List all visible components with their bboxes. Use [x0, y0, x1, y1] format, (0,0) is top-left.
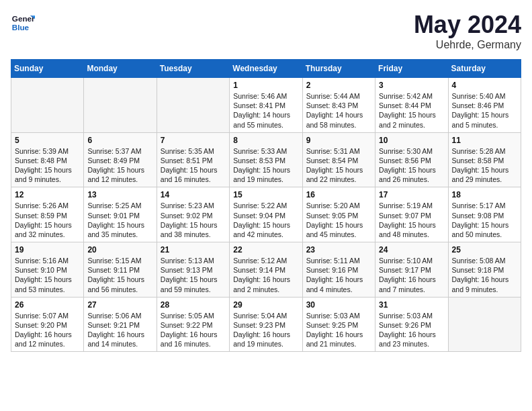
calendar-cell: 21Sunrise: 5:13 AM Sunset: 9:13 PM Dayli…	[157, 242, 229, 298]
day-number: 29	[233, 300, 298, 310]
calendar-cell: 8Sunrise: 5:33 AM Sunset: 8:53 PM Daylig…	[230, 132, 302, 187]
day-number: 22	[233, 245, 298, 255]
calendar-cell: 3Sunrise: 5:42 AM Sunset: 8:44 PM Daylig…	[375, 78, 448, 133]
day-info: Sunrise: 5:20 AM Sunset: 9:05 PM Dayligh…	[306, 201, 371, 239]
day-number: 25	[452, 245, 517, 255]
day-info: Sunrise: 5:17 AM Sunset: 9:08 PM Dayligh…	[452, 201, 517, 239]
day-info: Sunrise: 5:10 AM Sunset: 9:17 PM Dayligh…	[379, 256, 444, 294]
day-info: Sunrise: 5:33 AM Sunset: 8:53 PM Dayligh…	[233, 146, 298, 185]
day-number: 11	[452, 136, 517, 145]
calendar-cell: 2Sunrise: 5:44 AM Sunset: 8:43 PM Daylig…	[302, 78, 375, 133]
calendar-cell	[448, 297, 521, 352]
title-month: May 2024	[414, 11, 521, 39]
calendar-cell: 25Sunrise: 5:08 AM Sunset: 9:18 PM Dayli…	[448, 242, 521, 298]
day-info: Sunrise: 5:46 AM Sunset: 8:41 PM Dayligh…	[233, 91, 298, 130]
day-number: 7	[161, 136, 226, 145]
calendar-cell: 26Sunrise: 5:07 AM Sunset: 9:20 PM Dayli…	[11, 297, 84, 352]
day-info: Sunrise: 5:39 AM Sunset: 8:48 PM Dayligh…	[15, 146, 80, 185]
calendar-cell: 14Sunrise: 5:23 AM Sunset: 9:02 PM Dayli…	[157, 187, 229, 242]
day-info: Sunrise: 5:15 AM Sunset: 9:11 PM Dayligh…	[87, 256, 152, 294]
day-number: 9	[306, 136, 371, 145]
day-info: Sunrise: 5:22 AM Sunset: 9:04 PM Dayligh…	[233, 201, 298, 239]
day-number: 12	[15, 190, 80, 199]
calendar-cell: 12Sunrise: 5:26 AM Sunset: 8:59 PM Dayli…	[11, 187, 84, 242]
weekday-header-friday: Friday	[375, 60, 448, 78]
day-info: Sunrise: 5:42 AM Sunset: 8:44 PM Dayligh…	[379, 91, 444, 130]
calendar-cell: 15Sunrise: 5:22 AM Sunset: 9:04 PM Dayli…	[230, 187, 302, 242]
svg-text:General: General	[12, 14, 35, 23]
day-info: Sunrise: 5:31 AM Sunset: 8:54 PM Dayligh…	[306, 146, 371, 185]
page-header: General Blue May 2024 Uehrde, Germany	[11, 11, 521, 51]
calendar-cell: 16Sunrise: 5:20 AM Sunset: 9:05 PM Dayli…	[302, 187, 375, 242]
calendar-cell: 20Sunrise: 5:15 AM Sunset: 9:11 PM Dayli…	[84, 242, 157, 298]
calendar-cell: 5Sunrise: 5:39 AM Sunset: 8:48 PM Daylig…	[11, 132, 84, 187]
weekday-header-thursday: Thursday	[302, 60, 375, 78]
day-info: Sunrise: 5:12 AM Sunset: 9:14 PM Dayligh…	[233, 256, 298, 294]
weekday-header-tuesday: Tuesday	[157, 60, 229, 78]
calendar-week-row: 19Sunrise: 5:16 AM Sunset: 9:10 PM Dayli…	[11, 242, 521, 298]
day-info: Sunrise: 5:11 AM Sunset: 9:16 PM Dayligh…	[306, 256, 371, 294]
calendar-cell: 29Sunrise: 5:04 AM Sunset: 9:23 PM Dayli…	[230, 297, 302, 352]
day-info: Sunrise: 5:26 AM Sunset: 8:59 PM Dayligh…	[15, 201, 80, 239]
calendar-table: SundayMondayTuesdayWednesdayThursdayFrid…	[11, 59, 521, 352]
title-location: Uehrde, Germany	[414, 39, 521, 51]
day-number: 3	[379, 81, 444, 90]
day-info: Sunrise: 5:23 AM Sunset: 9:02 PM Dayligh…	[161, 201, 226, 239]
weekday-header-row: SundayMondayTuesdayWednesdayThursdayFrid…	[11, 60, 521, 78]
day-info: Sunrise: 5:16 AM Sunset: 9:10 PM Dayligh…	[15, 256, 80, 294]
day-number: 19	[15, 245, 80, 255]
day-number: 24	[379, 245, 444, 255]
weekday-header-sunday: Sunday	[11, 60, 84, 78]
day-info: Sunrise: 5:06 AM Sunset: 9:21 PM Dayligh…	[87, 311, 152, 349]
calendar-cell: 18Sunrise: 5:17 AM Sunset: 9:08 PM Dayli…	[448, 187, 521, 242]
day-number: 18	[452, 190, 517, 199]
weekday-header-monday: Monday	[84, 60, 157, 78]
calendar-cell	[157, 78, 229, 133]
weekday-header-wednesday: Wednesday	[230, 60, 302, 78]
calendar-cell: 7Sunrise: 5:35 AM Sunset: 8:51 PM Daylig…	[157, 132, 229, 187]
logo: General Blue	[11, 11, 35, 35]
calendar-cell: 27Sunrise: 5:06 AM Sunset: 9:21 PM Dayli…	[84, 297, 157, 352]
day-number: 20	[87, 245, 152, 255]
day-number: 21	[161, 245, 226, 255]
day-number: 5	[15, 136, 80, 145]
day-number: 16	[306, 190, 371, 199]
logo-icon: General Blue	[11, 11, 35, 35]
svg-text:Blue: Blue	[12, 23, 30, 32]
calendar-cell: 11Sunrise: 5:28 AM Sunset: 8:58 PM Dayli…	[448, 132, 521, 187]
day-number: 1	[233, 81, 298, 90]
day-info: Sunrise: 5:35 AM Sunset: 8:51 PM Dayligh…	[161, 146, 226, 185]
day-number: 28	[161, 300, 226, 310]
calendar-cell	[84, 78, 157, 133]
calendar-cell: 30Sunrise: 5:03 AM Sunset: 9:25 PM Dayli…	[302, 297, 375, 352]
day-number: 13	[87, 190, 152, 199]
day-number: 6	[87, 136, 152, 145]
day-number: 15	[233, 190, 298, 199]
calendar-week-row: 1Sunrise: 5:46 AM Sunset: 8:41 PM Daylig…	[11, 78, 521, 133]
day-number: 10	[379, 136, 444, 145]
calendar-cell: 17Sunrise: 5:19 AM Sunset: 9:07 PM Dayli…	[375, 187, 448, 242]
day-number: 4	[452, 81, 517, 90]
calendar-cell: 13Sunrise: 5:25 AM Sunset: 9:01 PM Dayli…	[84, 187, 157, 242]
day-info: Sunrise: 5:03 AM Sunset: 9:26 PM Dayligh…	[379, 311, 444, 349]
calendar-cell	[11, 78, 84, 133]
day-info: Sunrise: 5:05 AM Sunset: 9:22 PM Dayligh…	[161, 311, 226, 349]
day-number: 8	[233, 136, 298, 145]
day-info: Sunrise: 5:03 AM Sunset: 9:25 PM Dayligh…	[306, 311, 371, 349]
calendar-cell: 28Sunrise: 5:05 AM Sunset: 9:22 PM Dayli…	[157, 297, 229, 352]
calendar-cell: 4Sunrise: 5:40 AM Sunset: 8:46 PM Daylig…	[448, 78, 521, 133]
calendar-cell: 22Sunrise: 5:12 AM Sunset: 9:14 PM Dayli…	[230, 242, 302, 298]
day-number: 14	[161, 190, 226, 199]
day-info: Sunrise: 5:08 AM Sunset: 9:18 PM Dayligh…	[452, 256, 517, 294]
day-number: 26	[15, 300, 80, 310]
day-info: Sunrise: 5:19 AM Sunset: 9:07 PM Dayligh…	[379, 201, 444, 239]
day-number: 30	[306, 300, 371, 310]
calendar-cell: 6Sunrise: 5:37 AM Sunset: 8:49 PM Daylig…	[84, 132, 157, 187]
calendar-cell: 31Sunrise: 5:03 AM Sunset: 9:26 PM Dayli…	[375, 297, 448, 352]
day-number: 17	[379, 190, 444, 199]
calendar-cell: 19Sunrise: 5:16 AM Sunset: 9:10 PM Dayli…	[11, 242, 84, 298]
day-info: Sunrise: 5:44 AM Sunset: 8:43 PM Dayligh…	[306, 91, 371, 130]
day-info: Sunrise: 5:37 AM Sunset: 8:49 PM Dayligh…	[87, 146, 152, 185]
day-number: 23	[306, 245, 371, 255]
weekday-header-saturday: Saturday	[448, 60, 521, 78]
